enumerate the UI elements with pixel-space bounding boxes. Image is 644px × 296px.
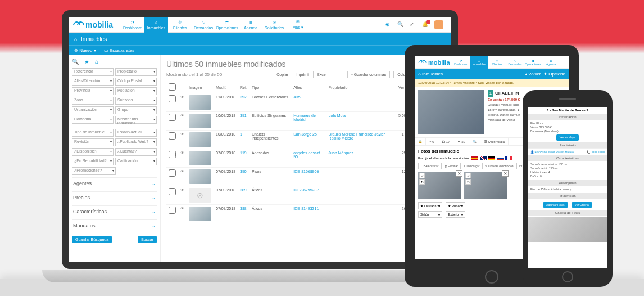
filter-campana[interactable]: Campaña xyxy=(72,116,114,124)
property-thumb[interactable] xyxy=(189,132,211,147)
home-button[interactable] xyxy=(562,271,573,282)
nav-agenda[interactable]: ▦Agenda xyxy=(542,56,560,69)
filter-tipo[interactable]: Tipo de Inmueble xyxy=(72,129,114,137)
row-checkbox[interactable] xyxy=(169,188,176,195)
get-desc-button[interactable]: ✎ Obtener descripción xyxy=(482,163,516,169)
select-exterior[interactable]: Exterior xyxy=(446,211,465,218)
flag-en-icon[interactable] xyxy=(480,156,487,160)
table-row[interactable]: 👁10/09/2018391Edificios SingularesHumane… xyxy=(166,112,446,131)
options-button[interactable]: ✦ Opcione xyxy=(543,71,565,77)
attach-photos-button[interactable]: Adjuntar Fotos xyxy=(543,202,568,208)
alias-link[interactable]: Humanes de Madrid xyxy=(293,114,316,122)
expand-icon[interactable]: ⤢ xyxy=(419,173,425,178)
filter-poblacion[interactable]: Población xyxy=(115,87,157,95)
row-checkbox[interactable] xyxy=(169,95,176,102)
nav-more[interactable]: ⊞Más ▾ xyxy=(286,17,310,33)
ref-link[interactable]: 392 xyxy=(240,95,247,99)
property-thumb[interactable]: ⊘ xyxy=(189,188,211,203)
col-alias[interactable]: Alias xyxy=(291,82,326,93)
property-thumb[interactable] xyxy=(189,114,211,128)
owner-link[interactable]: Juan Márquez xyxy=(329,151,353,155)
nav-agenda[interactable]: ▦Agenda xyxy=(239,17,262,33)
eye-icon[interactable]: 👁 xyxy=(178,112,187,131)
section-precios[interactable]: Precios⌄ xyxy=(72,191,157,203)
select-button[interactable]: ☐ Seleccionar xyxy=(418,163,442,169)
map-button[interactable]: Ver en Mapa xyxy=(556,134,579,141)
section-mandatos[interactable]: Mandatos⌄ xyxy=(72,219,157,231)
brand-logo[interactable]: mobilia xyxy=(417,59,450,66)
nav-solicitudes[interactable]: ✉Solicitudes xyxy=(262,17,286,33)
filter-referencia[interactable]: Referencia xyxy=(72,68,114,76)
new-button[interactable]: ⊕ Nuevo ▾ xyxy=(74,48,96,53)
filter-promociones[interactable]: ¿Promociones? xyxy=(72,167,116,175)
expand-icon[interactable]: ⤢ xyxy=(465,173,471,178)
row-checkbox[interactable] xyxy=(169,151,176,158)
filter-zona[interactable]: Zona xyxy=(72,97,114,105)
nav-clientes[interactable]: 웃Clientes xyxy=(488,56,506,69)
tab-help[interactable]: ?0 xyxy=(426,138,438,145)
nav-inmuebles[interactable]: ⌂Inmuebles xyxy=(470,56,488,69)
star-icon[interactable]: ★ xyxy=(84,59,89,65)
table-row[interactable]: 👁07/09/2018388ÁticosIDE-81493311260.000€… xyxy=(166,205,446,223)
save-search-button[interactable]: Guardar Búsqueda xyxy=(72,236,112,243)
home-icon[interactable]: ⌂ xyxy=(95,59,98,65)
flag-de-icon[interactable] xyxy=(488,156,495,160)
table-row[interactable]: 👁07/09/2018390PisosIDE-81668806120.000€1… xyxy=(166,168,446,186)
nav-clientes[interactable]: 웃Clientes xyxy=(168,17,192,33)
table-row[interactable]: 👁⊘07/09/2018389ÁticosIDE-26795287 xyxy=(166,186,446,205)
alias-link[interactable]: San Jorge 25 xyxy=(293,132,317,136)
delete-button[interactable]: 🗑 Eliminar xyxy=(442,163,461,169)
col-ref[interactable]: Ref. xyxy=(238,82,250,93)
tab-search[interactable]: 🔍 xyxy=(469,138,480,145)
section-agentes[interactable]: Agentes⌄ xyxy=(72,177,157,189)
flag-fr-icon[interactable] xyxy=(505,156,512,160)
nav-operaciones[interactable]: ⇄Operaciones xyxy=(215,17,239,33)
eye-icon[interactable]: 👁 xyxy=(178,168,187,186)
filter-provincia[interactable]: Provincia xyxy=(72,87,114,95)
col-modif[interactable]: Modif. xyxy=(214,82,238,93)
ref-link[interactable]: 389 xyxy=(240,188,247,192)
row-checkbox[interactable] xyxy=(169,207,176,214)
alias-link[interactable]: angeles gasset 90 xyxy=(293,151,320,159)
section-caracteristicas[interactable]: Características⌄ xyxy=(72,205,157,217)
tab-multimedia[interactable]: 🖼Multimedia xyxy=(480,138,509,145)
property-thumb[interactable] xyxy=(189,169,211,184)
owner-link[interactable]: 👤 Francisco Javier Rosillo Melero xyxy=(530,150,574,154)
col-imagen[interactable]: Imagen xyxy=(187,82,214,93)
save-columns-button[interactable]: ▫ Guardar columnas xyxy=(347,71,390,78)
filter-grupo[interactable]: Grupo xyxy=(115,106,157,114)
eye-icon[interactable]: 👁 xyxy=(178,186,187,205)
phone-link[interactable]: 📞 000000000 xyxy=(587,150,605,154)
row-checkbox[interactable] xyxy=(169,114,176,121)
eye-icon[interactable]: 👁 xyxy=(178,131,187,149)
alias-link[interactable]: IDE-81668806 xyxy=(293,169,319,173)
table-row[interactable]: 👁10/09/20181Chalets independientesSan Jo… xyxy=(166,131,446,149)
filter-alias[interactable]: Alias/Dirección xyxy=(72,78,114,86)
tab-calendar[interactable]: 🗓17 xyxy=(438,138,454,145)
property-thumb[interactable] xyxy=(189,207,211,221)
gallery-image[interactable] xyxy=(528,217,607,242)
alias-link[interactable]: A35 xyxy=(293,95,300,99)
search-button[interactable]: Buscar xyxy=(138,236,157,243)
filter-estado[interactable]: Estado Actual xyxy=(115,129,157,137)
print-button[interactable]: Imprimir xyxy=(292,71,314,78)
filter-propietario[interactable]: Propietario xyxy=(115,68,157,76)
download-button[interactable]: ⬇ Descargar xyxy=(461,163,482,169)
tab-lock[interactable]: 🔒 xyxy=(415,138,426,145)
select-salon[interactable]: Salón xyxy=(418,211,442,218)
view-gallery-button[interactable]: Ver Galería xyxy=(572,202,592,208)
photo-thumb[interactable]: ⤢↻ ✕ xyxy=(464,172,507,199)
filter-revision[interactable]: Revisión xyxy=(72,138,114,146)
home-button[interactable] xyxy=(485,270,498,284)
select-all-checkbox[interactable] xyxy=(169,83,176,91)
ref-link[interactable]: 388 xyxy=(240,207,247,210)
toggle-icon[interactable]: ◉ xyxy=(385,21,392,28)
rotate-icon[interactable]: ↻ xyxy=(419,179,425,185)
filter-cp[interactable]: Código Postal xyxy=(115,78,157,86)
excel-button[interactable]: Excel xyxy=(314,71,330,78)
ref-link[interactable]: 391 xyxy=(240,114,247,118)
col-tipo[interactable]: Tipo xyxy=(250,82,291,93)
ref-link[interactable]: 390 xyxy=(240,169,247,173)
nav-inmuebles[interactable]: ⌂Inmuebles xyxy=(144,17,168,33)
property-thumb[interactable] xyxy=(189,151,211,165)
